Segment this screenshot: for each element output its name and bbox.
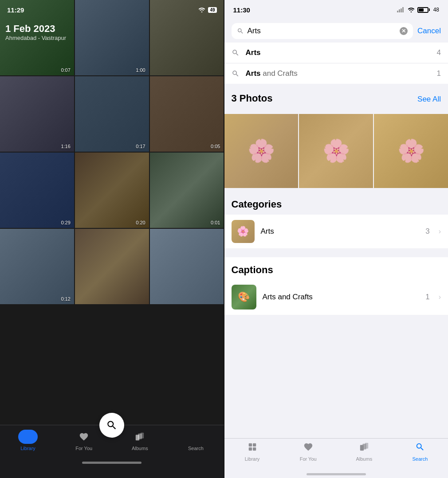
signal-icon	[397, 7, 405, 12]
svg-rect-6	[141, 433, 144, 439]
photo-duration-5: 0:17	[136, 144, 145, 149]
photo-header: 1 Feb 2023 Ahmedabad - Vastrapur	[0, 20, 224, 45]
category-arts-thumb: 🌸	[232, 220, 255, 243]
right-tab-search[interactable]: Search	[392, 442, 448, 462]
photo-duration-4: 1:16	[61, 144, 70, 149]
albums-icon-wrap	[130, 430, 149, 444]
suggestion-arts-crafts[interactable]: Arts and Crafts 1	[224, 63, 448, 84]
svg-rect-12	[252, 443, 255, 447]
photo-cell-5[interactable]: 0:17	[75, 76, 149, 152]
search-query-text[interactable]: Arts	[248, 27, 397, 35]
photo-cell-6[interactable]: 0:05	[150, 76, 224, 152]
clear-search-button[interactable]: ✕	[400, 27, 408, 35]
battery-percent: 48	[433, 7, 439, 13]
cancel-search-button[interactable]: Cancel	[417, 27, 441, 35]
right-nav-tabs: Library For You Albums	[224, 439, 448, 470]
home-indicator-right	[224, 470, 448, 478]
right-tab-for-you[interactable]: For You	[280, 442, 336, 462]
signal-badge: 49	[208, 7, 216, 13]
photo-cell-7[interactable]: 0:29	[0, 153, 74, 228]
right-library-label: Library	[245, 456, 260, 462]
left-tab-library[interactable]: Library	[0, 430, 56, 451]
photo-decoration-1: 🌸	[224, 114, 299, 188]
category-arts-count: 3	[425, 227, 429, 236]
suggestion-search-icon-1	[232, 49, 240, 57]
albums-icon	[135, 432, 145, 442]
left-panel: 11:29 49 1 Feb 2023 Ahmedabad - Vastrapu…	[0, 0, 224, 478]
left-tab-search[interactable]: Search	[168, 430, 224, 451]
captions-section: Captions 🎨 Arts and Crafts 1 ›	[224, 257, 448, 315]
photo-duration-10: 0:12	[61, 296, 70, 302]
for-you-icon	[79, 432, 89, 442]
photo-cell-12[interactable]	[150, 229, 224, 304]
right-tab-albums[interactable]: Albums	[336, 442, 392, 462]
suggestion-count-1: 4	[437, 48, 441, 57]
right-status-icons: 48	[397, 7, 439, 13]
photos-section: 3 Photos See All	[224, 84, 448, 114]
albums-tab-label: Albums	[132, 446, 148, 451]
for-you-icon-wrap	[74, 430, 94, 444]
svg-rect-11	[248, 443, 252, 447]
caption-chevron: ›	[439, 293, 441, 301]
caption-arts-crafts-count: 1	[425, 293, 429, 302]
right-library-icon	[248, 442, 257, 454]
see-all-button[interactable]: See All	[417, 95, 441, 104]
home-indicator-left	[0, 462, 224, 466]
right-tab-library[interactable]: Library	[224, 442, 280, 462]
photo-date: 1 Feb 2023	[5, 23, 219, 35]
caption-arts-crafts-thumb: 🎨	[232, 285, 256, 310]
search-fab-button[interactable]	[99, 413, 124, 438]
photo-duration-8: 0:20	[136, 220, 145, 225]
photo-cell-11[interactable]	[75, 229, 149, 304]
right-for-you-icon	[303, 442, 313, 454]
photo-cell-4[interactable]: 1:16	[0, 76, 74, 152]
library-tab-label: Library	[20, 446, 35, 451]
right-time: 11:30	[233, 6, 250, 14]
photo-cell-8[interactable]: 0:20	[75, 153, 149, 228]
captions-header: Captions	[224, 257, 448, 279]
right-status-bar: 11:30 48	[224, 0, 448, 20]
left-status-icons: 49	[198, 7, 216, 13]
battery-fill	[419, 8, 424, 12]
battery-tip	[429, 8, 430, 11]
right-for-you-svg	[303, 442, 313, 452]
search-suggestions: Arts 4 Arts and Crafts 1	[224, 43, 448, 84]
photo-duration-9: 0:01	[211, 220, 220, 225]
search-tab-label: Search	[188, 446, 204, 451]
photo-duration-6: 0:05	[211, 144, 220, 149]
search-results-scroll[interactable]: Arts 4 Arts and Crafts 1 3 Photos See Al…	[224, 43, 448, 478]
category-arts[interactable]: 🌸 Arts 3 ›	[224, 215, 448, 248]
result-photo-2[interactable]: 🌸	[299, 114, 373, 188]
categories-title: Categories	[232, 199, 282, 210]
photo-cell-9[interactable]: 0:01	[150, 153, 224, 228]
caption-arts-crafts[interactable]: 🎨 Arts and Crafts 1 ›	[224, 279, 448, 315]
photo-duration-2: 1:00	[136, 67, 145, 73]
right-search-svg	[415, 442, 425, 452]
right-albums-label: Albums	[356, 456, 372, 462]
search-input-icon	[237, 27, 244, 35]
search-icon-wrap	[186, 430, 205, 444]
right-library-svg	[248, 442, 257, 452]
caption-arts-crafts-text: Arts and Crafts	[263, 293, 420, 302]
battery-body	[417, 7, 428, 13]
svg-rect-13	[248, 447, 252, 451]
photo-duration-7: 0:29	[61, 220, 70, 225]
result-photo-1[interactable]: 🌸	[224, 114, 299, 188]
left-bottom-nav: Library For You Albums	[0, 425, 224, 478]
svg-rect-14	[252, 447, 255, 451]
photo-decoration-3: 🌸	[374, 114, 448, 188]
suggestion-text-2: Arts and Crafts	[246, 69, 431, 78]
library-icon-wrap	[18, 430, 38, 444]
photo-location: Ahmedabad - Vastrapur	[5, 35, 219, 41]
suggestion-arts[interactable]: Arts 4	[224, 43, 448, 63]
for-you-tab-label: For You	[75, 446, 92, 451]
svg-rect-7	[397, 11, 398, 12]
suggestion-text-1: Arts	[246, 48, 431, 57]
search-input-wrap[interactable]: Arts ✕	[232, 23, 413, 39]
photos-grid: 🌸 🌸 🌸	[224, 114, 448, 188]
photo-cell-10[interactable]: 0:12	[0, 229, 74, 304]
svg-rect-10	[402, 7, 404, 12]
svg-rect-9	[401, 8, 402, 12]
result-photo-3[interactable]: 🌸	[374, 114, 448, 188]
svg-rect-8	[399, 9, 400, 12]
